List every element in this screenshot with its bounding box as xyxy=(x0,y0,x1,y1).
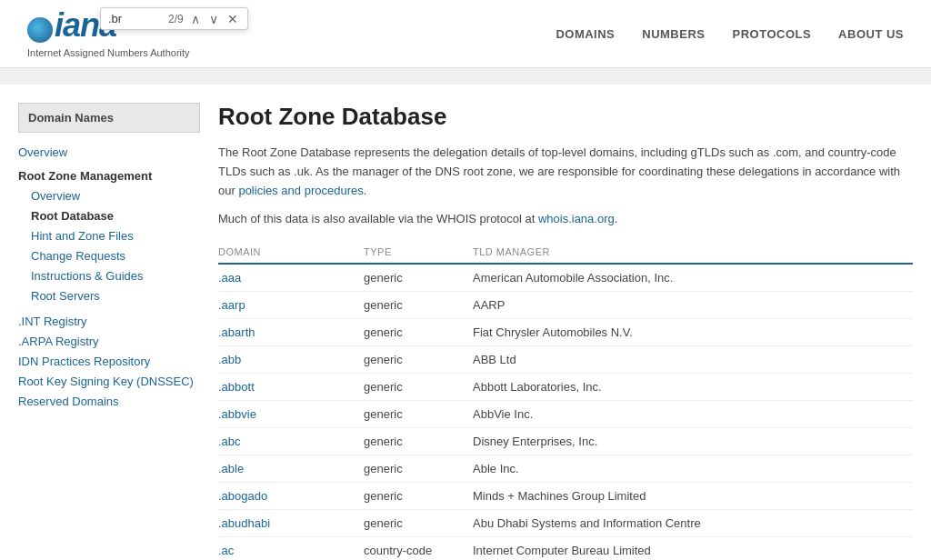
sidebar-item-int-registry[interactable]: .INT Registry xyxy=(18,311,200,331)
table-row: .abudhabigenericAbu Dhabi Systems and In… xyxy=(218,510,913,537)
table-row: .aarpgenericAARP xyxy=(218,292,913,319)
cell-manager: AARP xyxy=(473,292,913,319)
table-row: .abbottgenericAbbott Laboratories, Inc. xyxy=(218,374,913,401)
table-row: .ablegenericAble Inc. xyxy=(218,455,913,483)
domain-link[interactable]: .abarth xyxy=(218,325,255,339)
cell-manager: American Automobile Association, Inc. xyxy=(473,264,913,292)
cell-manager: Disney Enterprises, Inc. xyxy=(473,428,913,455)
nav-numbers[interactable]: NUMBERS xyxy=(642,27,705,41)
sidebar-item-change-requests[interactable]: Change Requests xyxy=(18,245,200,265)
sidebar-link-instructions-guides[interactable]: Instructions & Guides xyxy=(31,269,144,283)
table-header: DOMAIN TYPE TLD MANAGER xyxy=(218,241,913,264)
domain-link[interactable]: .aarp xyxy=(218,298,245,312)
col-header-type: TYPE xyxy=(364,241,473,264)
sidebar-item-hint-zone-files[interactable]: Hint and Zone Files xyxy=(18,225,200,245)
sidebar-link-arpa-registry[interactable]: .ARPA Registry xyxy=(18,335,99,348)
sidebar-link-idn-practices[interactable]: IDN Practices Repository xyxy=(18,355,150,368)
table-row: .aaagenericAmerican Automobile Associati… xyxy=(218,264,913,292)
sidebar-item-reserved-domains[interactable]: Reserved Domains xyxy=(18,391,200,411)
cell-domain: .able xyxy=(218,455,364,483)
search-bar[interactable]: .br 2/9 ∧ ∨ ✕ xyxy=(100,7,248,30)
search-close-button[interactable]: ✕ xyxy=(225,13,240,25)
domain-link[interactable]: .abbott xyxy=(218,380,255,394)
sidebar-label-root-database: Root Database xyxy=(31,209,114,223)
search-input[interactable]: .br xyxy=(108,12,163,25)
cell-type: country-code xyxy=(364,537,473,560)
cell-domain: .abarth xyxy=(218,319,364,346)
search-next-button[interactable]: ∨ xyxy=(207,13,220,25)
cell-domain: .abc xyxy=(218,428,364,455)
sidebar-link-overview-sub[interactable]: Overview xyxy=(31,189,80,203)
domain-link[interactable]: .aaa xyxy=(218,271,241,285)
sidebar-item-idn-practices[interactable]: IDN Practices Repository xyxy=(18,351,200,371)
sidebar-link-root-servers[interactable]: Root Servers xyxy=(31,289,100,303)
col-header-domain: DOMAIN xyxy=(218,241,364,264)
table-row: .abarthgenericFiat Chrysler Automobiles … xyxy=(218,319,913,346)
domain-table: DOMAIN TYPE TLD MANAGER .aaagenericAmeri… xyxy=(218,241,913,560)
site-header: .br 2/9 ∧ ∨ ✕ iana Internet Assigned Num… xyxy=(0,0,931,68)
domain-link[interactable]: .abb xyxy=(218,353,241,366)
main-layout: Domain Names Overview Root Zone Manageme… xyxy=(0,85,931,560)
description-2-prefix: Much of this data is also available via … xyxy=(218,212,538,225)
sidebar-link-reserved-domains[interactable]: Reserved Domains xyxy=(18,395,119,408)
sidebar-item-overview-sub[interactable]: Overview xyxy=(18,185,200,205)
search-prev-button[interactable]: ∧ xyxy=(189,13,202,25)
cell-domain: .aaa xyxy=(218,264,364,292)
sidebar-label-root-zone-mgmt: Root Zone Management xyxy=(18,169,152,183)
cell-manager: ABB Ltd xyxy=(473,346,913,374)
cell-domain: .abbvie xyxy=(218,401,364,428)
cell-type: generic xyxy=(364,483,473,510)
sidebar-nav: Overview Root Zone Management Overview R… xyxy=(18,142,200,411)
sidebar-link-change-requests[interactable]: Change Requests xyxy=(31,249,125,263)
sidebar-link-root-key-signing[interactable]: Root Key Signing Key (DNSSEC) xyxy=(18,375,194,388)
domain-link[interactable]: .abc xyxy=(218,435,241,448)
sidebar-item-root-servers[interactable]: Root Servers xyxy=(18,285,200,305)
domain-link[interactable]: .abogado xyxy=(218,489,267,503)
cell-manager: Internet Computer Bureau Limited xyxy=(473,537,913,560)
cell-type: generic xyxy=(364,374,473,401)
sidebar-item-overview[interactable]: Overview xyxy=(18,142,200,162)
table-row: .abcgenericDisney Enterprises, Inc. xyxy=(218,428,913,455)
cell-manager: Fiat Chrysler Automobiles N.V. xyxy=(473,319,913,346)
table-row: .accountry-codeInternet Computer Bureau … xyxy=(218,537,913,560)
sidebar-item-root-zone-mgmt: Root Zone Management xyxy=(18,165,200,185)
domain-link[interactable]: .ac xyxy=(218,544,234,557)
sidebar: Domain Names Overview Root Zone Manageme… xyxy=(18,103,200,560)
col-header-manager: TLD MANAGER xyxy=(473,241,913,264)
main-nav: DOMAINS NUMBERS PROTOCOLS ABOUT US xyxy=(556,27,904,41)
cell-manager: Minds + Machines Group Limited xyxy=(473,483,913,510)
sub-header-bar xyxy=(0,68,931,85)
cell-domain: .aarp xyxy=(218,292,364,319)
domain-link[interactable]: .abudhabi xyxy=(218,516,270,530)
cell-manager: Abbott Laboratories, Inc. xyxy=(473,374,913,401)
table-body: .aaagenericAmerican Automobile Associati… xyxy=(218,264,913,560)
sidebar-section-title: Domain Names xyxy=(18,103,200,133)
sidebar-item-arpa-registry[interactable]: .ARPA Registry xyxy=(18,331,200,351)
cell-type: generic xyxy=(364,264,473,292)
sidebar-link-int-registry[interactable]: .INT Registry xyxy=(18,315,87,328)
sidebar-link-hint-zone-files[interactable]: Hint and Zone Files xyxy=(31,229,134,243)
cell-type: generic xyxy=(364,428,473,455)
table-row: .abbviegenericAbbVie Inc. xyxy=(218,401,913,428)
sidebar-item-instructions-guides[interactable]: Instructions & Guides xyxy=(18,265,200,285)
domain-link[interactable]: .able xyxy=(218,462,244,475)
sidebar-link-overview[interactable]: Overview xyxy=(18,145,67,159)
search-count: 2/9 xyxy=(168,13,184,25)
cell-domain: .abbott xyxy=(218,374,364,401)
sidebar-item-root-database: Root Database xyxy=(18,205,200,225)
nav-about-us[interactable]: ABOUT US xyxy=(838,27,904,41)
sidebar-item-root-key-signing[interactable]: Root Key Signing Key (DNSSEC) xyxy=(18,371,200,391)
cell-domain: .abudhabi xyxy=(218,510,364,537)
nav-domains[interactable]: DOMAINS xyxy=(556,27,615,41)
whois-link[interactable]: whois.iana.org xyxy=(538,212,615,225)
cell-type: generic xyxy=(364,510,473,537)
nav-protocols[interactable]: PROTOCOLS xyxy=(733,27,812,41)
table-row: .abogadogenericMinds + Machines Group Li… xyxy=(218,483,913,510)
cell-domain: .abogado xyxy=(218,483,364,510)
cell-domain: .abb xyxy=(218,346,364,374)
cell-domain: .ac xyxy=(218,537,364,560)
cell-manager: Abu Dhabi Systems and Information Centre xyxy=(473,510,913,537)
domain-link[interactable]: .abbvie xyxy=(218,407,256,421)
page-title: Root Zone Database xyxy=(218,103,913,131)
policies-link[interactable]: policies and procedures xyxy=(238,184,363,197)
